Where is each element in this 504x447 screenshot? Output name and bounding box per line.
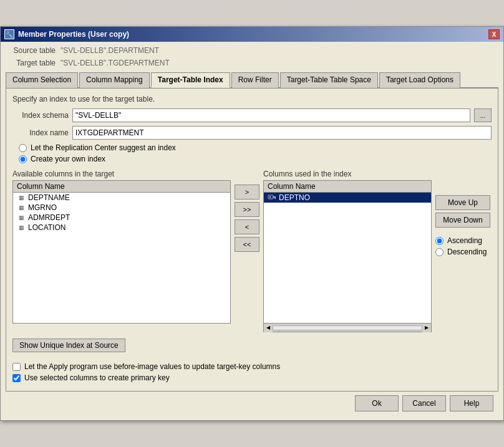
list-item[interactable]: ▦ MGRNO	[13, 203, 230, 213]
col-name-deptno: DEPTNO	[279, 193, 310, 202]
available-columns-list[interactable]: Column Name ▦ DEPTNAME ▦ MGRNO ▦ ADMRDEP…	[12, 180, 231, 324]
radio-ascending[interactable]	[435, 237, 443, 245]
footer-buttons: Ok Cancel Help	[6, 392, 498, 415]
target-table-label: Target table	[6, 59, 56, 67]
index-name-input[interactable]	[72, 126, 492, 140]
ascending-row[interactable]: Ascending	[435, 236, 492, 245]
tab-target-table-space[interactable]: Target-Table Table Space	[280, 72, 378, 88]
tab-bar: Column Selection Column Mapping Target-T…	[6, 72, 498, 89]
columns-area: Available columns in the target Column N…	[12, 170, 492, 332]
ascending-label: Ascending	[447, 236, 482, 245]
col-name-deptname: DEPTNAME	[28, 193, 70, 202]
radio-suggest-row[interactable]: Let the Replication Center suggest an in…	[19, 143, 492, 152]
used-columns-list[interactable]: Column Name	[263, 180, 432, 324]
col-name-mgrno: MGRNO	[28, 203, 57, 212]
checkbox-before-image[interactable]	[12, 363, 21, 371]
right-controls: Move Up Move Down Ascending Descending	[435, 180, 492, 332]
window-title: Member Properties (User copy)	[18, 30, 129, 39]
used-columns-outer: Column Name	[263, 180, 432, 332]
descending-label: Descending	[447, 248, 487, 256]
svg-point-1	[269, 196, 271, 198]
tab-column-selection[interactable]: Column Selection	[6, 72, 78, 88]
index-schema-browse-btn[interactable]: ...	[474, 108, 492, 122]
key-icon	[268, 193, 276, 202]
source-table-label: Source table	[6, 46, 56, 55]
index-schema-label: Index schema	[12, 111, 69, 120]
main-window: 🔧 Member Properties (User copy) X Source…	[0, 26, 504, 421]
title-bar: 🔧 Member Properties (User copy) X	[1, 27, 503, 42]
move-left-btn[interactable]: <	[235, 219, 259, 234]
tab-description: Specify an index to use for the target t…	[12, 95, 492, 103]
move-down-btn[interactable]: Move Down	[435, 213, 490, 228]
show-index-btn[interactable]: Show Unique Index at Source	[12, 339, 125, 352]
scroll-left-arrow[interactable]: ◀	[264, 324, 273, 332]
checkbox1-label: Let the Apply program use before-image v…	[24, 362, 280, 371]
window-icon: 🔧	[4, 29, 14, 39]
tab-target-table-index[interactable]: Target-Table Index	[151, 72, 230, 88]
right-panel-wrap: Columns used in the index Column Name	[263, 170, 492, 332]
column-icon: ▦	[17, 193, 26, 202]
scroll-track[interactable]	[273, 325, 422, 330]
available-columns-label: Available columns in the target	[12, 170, 231, 178]
target-table-value: "SVL-DELLB".TGDEPARTMENT	[59, 58, 498, 68]
radio-create-label: Create your own index	[31, 155, 105, 163]
source-table-value: "SVL-DELLB".DEPARTMENT	[59, 46, 498, 55]
col-name-admrdept: ADMRDEPT	[28, 213, 70, 222]
column-icon: ▦	[17, 223, 26, 232]
svg-rect-2	[273, 196, 276, 198]
radio-group: Let the Replication Center suggest an in…	[12, 143, 492, 163]
show-index-row: Show Unique Index at Source	[12, 339, 492, 357]
move-all-left-btn[interactable]: <<	[235, 237, 259, 252]
title-bar-left: 🔧 Member Properties (User copy)	[4, 29, 129, 39]
help-button[interactable]: Help	[450, 395, 493, 411]
checkbox1-row: Let the Apply program use before-image v…	[12, 362, 492, 371]
column-icon: ▦	[17, 203, 26, 212]
tab-content: Specify an index to use for the target t…	[6, 89, 498, 392]
scroll-right-arrow[interactable]: ▶	[422, 324, 431, 332]
descending-row[interactable]: Descending	[435, 248, 492, 256]
index-schema-row: Index schema ...	[12, 108, 492, 122]
tab-target-load-options[interactable]: Target Load Options	[379, 72, 460, 88]
source-table-row: Source table "SVL-DELLB".DEPARTMENT	[6, 46, 498, 55]
checkbox2-row: Use selected columns to create primary k…	[12, 373, 492, 382]
list-item[interactable]: ▦ ADMRDEPT	[13, 213, 230, 223]
close-button[interactable]: X	[488, 29, 500, 39]
index-name-label: Index name	[12, 128, 69, 137]
ok-button[interactable]: Ok	[355, 395, 399, 411]
available-columns-panel: Available columns in the target Column N…	[12, 170, 231, 324]
list-item[interactable]: ▦ LOCATION	[13, 223, 230, 233]
cancel-button[interactable]: Cancel	[402, 395, 446, 411]
index-name-row: Index name	[12, 126, 492, 140]
used-columns-label: Columns used in the index	[263, 170, 492, 178]
radio-suggest[interactable]	[19, 144, 27, 152]
checkbox-primary-key[interactable]	[12, 374, 21, 382]
tab-column-mapping[interactable]: Column Mapping	[79, 72, 150, 88]
right-panel-inner: Column Name	[263, 180, 492, 332]
available-columns-header: Column Name	[13, 181, 230, 193]
arrow-buttons: > >> < <<	[235, 170, 259, 252]
move-all-right-btn[interactable]: >>	[235, 202, 259, 217]
move-up-btn[interactable]: Move Up	[435, 195, 490, 210]
sort-radio-group: Ascending Descending	[435, 236, 492, 256]
svg-rect-3	[274, 198, 276, 199]
target-table-row: Target table "SVL-DELLB".TGDEPARTMENT	[6, 58, 498, 68]
radio-create[interactable]	[19, 155, 27, 163]
move-right-btn[interactable]: >	[235, 185, 259, 199]
window-body: Source table "SVL-DELLB".DEPARTMENT Targ…	[1, 42, 503, 420]
radio-suggest-label: Let the Replication Center suggest an in…	[31, 143, 176, 152]
index-schema-input[interactable]	[72, 108, 470, 122]
radio-descending[interactable]	[435, 248, 443, 256]
used-columns-header: Column Name	[264, 181, 431, 193]
horizontal-scrollbar[interactable]: ◀ ▶	[263, 324, 432, 332]
col-name-location: LOCATION	[28, 223, 65, 232]
tab-row-filter[interactable]: Row Filter	[231, 72, 279, 88]
list-item[interactable]: ▦ DEPTNAME	[13, 193, 230, 203]
checkbox2-label: Use selected columns to create primary k…	[24, 373, 170, 382]
column-icon: ▦	[17, 213, 26, 222]
radio-create-row[interactable]: Create your own index	[19, 155, 492, 163]
list-item[interactable]: DEPTNO	[264, 193, 431, 203]
